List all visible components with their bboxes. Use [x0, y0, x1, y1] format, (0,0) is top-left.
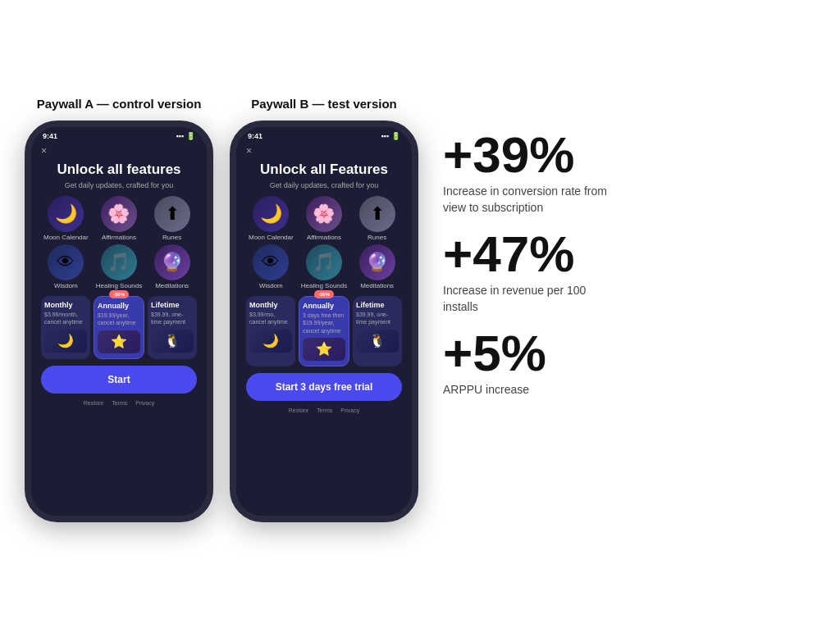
feature-runes-b: ⬆ Runes — [352, 196, 402, 241]
affirmations-label-b: Affirmations — [307, 234, 341, 241]
paywall-a-label: Paywall A — control version — [37, 97, 202, 111]
lifetime-img-b: 🐧 — [356, 330, 399, 353]
monthly-sub-a: $3.99/month, cancel anytime — [44, 311, 87, 325]
paywall-a-inner: 9:41 ▪▪▪ 🔋 × Unlock all features Get dai… — [31, 127, 207, 516]
stat-3-number: +5% — [443, 328, 648, 379]
feature-meditations-a: 🔮 Meditations — [147, 244, 197, 289]
plan-annually-b[interactable]: -50% Annually 3 days free then $19.99/ye… — [299, 296, 349, 366]
plan-lifetime-a[interactable]: Lifetime $39.99, one-time payment 🐧 — [148, 296, 197, 358]
stats-section: +39% Increase in conversion rate from vi… — [443, 97, 648, 398]
privacy-link-a[interactable]: Privacy — [135, 400, 154, 406]
feature-runes-a: ⬆ Runes — [147, 196, 197, 241]
lifetime-title-a: Lifetime — [151, 301, 194, 309]
plan-lifetime-b[interactable]: Lifetime $39.99, one-time payment 🐧 — [353, 296, 402, 366]
feature-affirmations-b: 🌸 Affirmations — [299, 196, 349, 241]
paywall-a-subtitle: Get daily updates, crafted for you — [41, 181, 197, 189]
meditations-label-b: Meditations — [360, 282, 394, 289]
footer-links-a: Restore Terms Privacy — [41, 400, 197, 406]
cta-btn-a[interactable]: Start — [41, 366, 197, 394]
paywall-b-phone: 9:41 ▪▪▪ 🔋 × Unlock all Features Get dai… — [230, 121, 418, 522]
plan-monthly-a[interactable]: Monthly $3.99/month, cancel anytime 🌙 — [41, 296, 90, 358]
paywall-a-phone: 9:41 ▪▪▪ 🔋 × Unlock all features Get dai… — [25, 121, 213, 522]
meditations-icon-a: 🔮 — [154, 244, 190, 280]
stat-2: +47% Increase in revenue per 100 install… — [443, 229, 648, 315]
runes-icon-a: ⬆ — [154, 196, 190, 232]
flower-icon-a: 🌸 — [101, 196, 137, 232]
lifetime-img-a: 🐧 — [151, 330, 194, 353]
plan-monthly-b[interactable]: Monthly $3.99/mo, cancel anytime 🌙 — [246, 296, 295, 366]
feature-meditations-b: 🔮 Meditations — [352, 244, 402, 289]
wisdom-icon-b: 👁 — [253, 244, 289, 280]
feature-wisdom-a: 👁 Wisdom — [41, 244, 91, 289]
monthly-img-a: 🌙 — [44, 330, 87, 353]
feature-wisdom-b: 👁 Wisdom — [246, 244, 296, 289]
wifi-icon-a: 🔋 — [186, 132, 195, 140]
terms-link-a[interactable]: Terms — [112, 400, 127, 406]
wisdom-icon-a: 👁 — [48, 244, 84, 280]
status-bar-a: 9:41 ▪▪▪ 🔋 — [31, 127, 207, 142]
feature-sounds-a: 🎵 Healing Sounds — [94, 244, 144, 289]
annually-img-a: ⭐ — [98, 330, 140, 353]
footer-links-b: Restore Terms Privacy — [246, 407, 402, 413]
stat-3: +5% ARPPU increase — [443, 328, 648, 398]
stat-1-number: +39% — [443, 130, 648, 180]
stat-2-number: +47% — [443, 229, 648, 280]
annually-sub-b: 3 days free then $19.99/year, cancel any… — [303, 312, 345, 334]
close-btn-b[interactable]: × — [246, 145, 402, 157]
terms-link-b[interactable]: Terms — [317, 407, 332, 413]
annually-badge-a: -50% — [109, 290, 129, 298]
runes-label-b: Runes — [368, 234, 386, 241]
cta-btn-b[interactable]: Start 3 days free trial — [246, 373, 402, 401]
moon-label-a: Moon Calendar — [43, 234, 89, 241]
sounds-icon-b: 🎵 — [306, 244, 342, 280]
lifetime-sub-b: $39.99, one-time payment — [356, 311, 399, 325]
pricing-row-a: Monthly $3.99/month, cancel anytime 🌙 -5… — [41, 296, 197, 358]
paywall-a-content: × Unlock all features Get daily updates,… — [31, 142, 207, 516]
runes-label-a: Runes — [162, 234, 181, 241]
paywall-b-label: Paywall B — test version — [251, 97, 397, 111]
paywall-a-title: Unlock all features — [41, 162, 197, 178]
wisdom-label-b: Wisdom — [259, 282, 283, 289]
feature-moon-b: 🌙 Moon Calendar — [246, 196, 296, 241]
status-icons-a: ▪▪▪ 🔋 — [176, 132, 195, 140]
lifetime-title-b: Lifetime — [356, 301, 399, 309]
features-grid-b: 🌙 Moon Calendar 🌸 Affirmations ⬆ Runes — [246, 196, 402, 289]
annually-title-a: Annually — [98, 302, 140, 310]
annually-badge-b: -50% — [314, 290, 334, 298]
feature-sounds-b: 🎵 Healing Sounds — [299, 244, 349, 289]
monthly-sub-b: $3.99/mo, cancel anytime — [249, 311, 292, 325]
annually-img-b: ⭐ — [303, 338, 345, 361]
paywall-b-content: × Unlock all Features Get daily updates,… — [236, 142, 412, 516]
restore-link-a[interactable]: Restore — [84, 400, 104, 406]
monthly-title-a: Monthly — [44, 301, 87, 309]
monthly-img-b: 🌙 — [249, 330, 292, 353]
feature-moon-a: 🌙 Moon Calendar — [41, 196, 91, 241]
paywall-b-title: Unlock all Features — [246, 162, 402, 178]
stat-1-desc: Increase in conversion rate from view to… — [443, 184, 623, 216]
sounds-icon-a: 🎵 — [101, 244, 137, 280]
feature-affirmations-a: 🌸 Affirmations — [94, 196, 144, 241]
affirmations-label-a: Affirmations — [102, 234, 136, 241]
stat-1: +39% Increase in conversion rate from vi… — [443, 130, 648, 216]
flower-icon-b: 🌸 — [306, 196, 342, 232]
meditations-label-a: Meditations — [155, 282, 189, 289]
plan-annually-a[interactable]: -50% Annually $19.99/year, cancel anytim… — [94, 296, 144, 358]
status-bar-b: 9:41 ▪▪▪ 🔋 — [236, 127, 412, 142]
runes-icon-b: ⬆ — [359, 196, 395, 232]
stat-2-desc: Increase in revenue per 100 installs — [443, 283, 623, 315]
annually-sub-a: $19.99/year, cancel anytime — [98, 312, 140, 326]
paywall-b-inner: 9:41 ▪▪▪ 🔋 × Unlock all Features Get dai… — [236, 127, 412, 516]
status-time-a: 9:41 — [43, 132, 57, 140]
sounds-label-b: Healing Sounds — [301, 282, 347, 289]
close-btn-a[interactable]: × — [41, 145, 197, 157]
signal-icon-b: ▪▪▪ — [381, 132, 389, 140]
privacy-link-b[interactable]: Privacy — [340, 407, 359, 413]
phones-section: Paywall A — control version 9:41 ▪▪▪ 🔋 ×… — [25, 97, 418, 522]
annually-title-b: Annually — [303, 302, 345, 310]
status-time-b: 9:41 — [248, 132, 262, 140]
lifetime-sub-a: $39.99, one-time payment — [151, 311, 194, 325]
signal-icon-a: ▪▪▪ — [176, 132, 184, 140]
restore-link-b[interactable]: Restore — [289, 407, 309, 413]
meditations-icon-b: 🔮 — [359, 244, 395, 280]
monthly-title-b: Monthly — [249, 301, 292, 309]
